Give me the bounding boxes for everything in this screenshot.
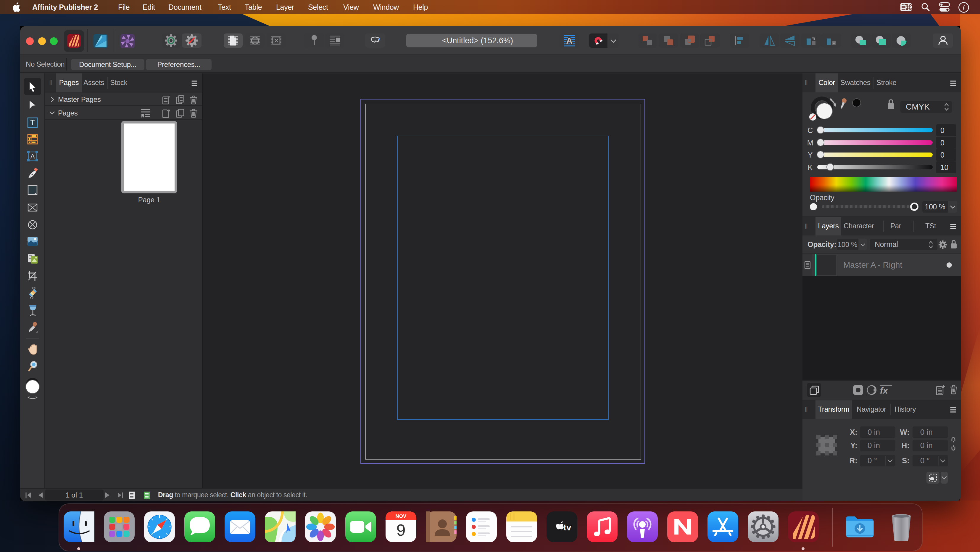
- svg-text:tv: tv: [563, 522, 571, 532]
- svg-text:T: T: [30, 118, 35, 127]
- svg-text:9: 9: [396, 521, 406, 539]
- svg-text:A: A: [566, 36, 573, 46]
- svg-text:A: A: [30, 153, 35, 160]
- svg-text:NOV: NOV: [396, 514, 407, 519]
